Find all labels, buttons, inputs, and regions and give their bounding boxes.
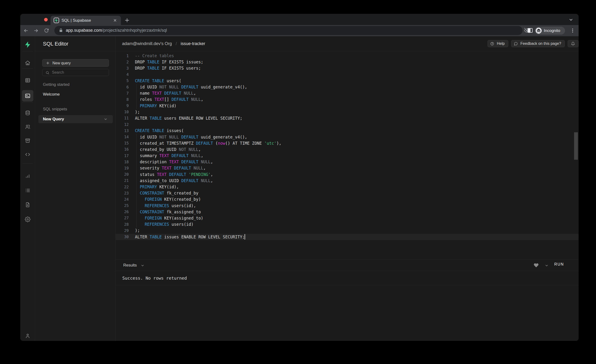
section-label-sql-snippets: SQL snippets: [43, 107, 67, 111]
code-line[interactable]: 23 CONSTRAINT fk_created_by: [116, 190, 579, 196]
code-text: description TEXT DEFAULT NULL,: [135, 159, 213, 164]
forward-icon[interactable]: [34, 28, 39, 33]
line-number: 13: [119, 128, 129, 133]
tab-close-icon[interactable]: [113, 18, 117, 22]
code-line[interactable]: 19 severity TEXT DEFAULT NULL,: [116, 165, 579, 171]
storage-icon[interactable]: [25, 138, 30, 143]
sidebar-item-new-query[interactable]: New Query: [38, 115, 113, 123]
database-icon[interactable]: [25, 110, 30, 116]
code-line[interactable]: 8 roles TEXT[] DEFAULT NULL,: [116, 96, 579, 103]
code-line[interactable]: 28 REFERENCES users(id): [116, 221, 579, 227]
rail-divider: [22, 102, 33, 103]
line-number: 19: [119, 166, 129, 171]
results-dropdown[interactable]: Results: [123, 263, 137, 268]
lock-icon[interactable]: [59, 28, 63, 33]
back-icon[interactable]: [23, 28, 28, 33]
sql-editor-sidebar: SQL Editor New query Getting started Wel…: [35, 36, 116, 341]
logs-icon[interactable]: [25, 188, 30, 193]
sql-editor-icon[interactable]: [25, 93, 30, 99]
code-line[interactable]: 29);: [116, 227, 579, 234]
code-line[interactable]: 26 CONSTRAINT fk_assigned_to: [116, 209, 579, 215]
code-line[interactable]: 6 id UUID NOT NULL DEFAULT uuid_generate…: [116, 84, 579, 90]
code-line[interactable]: 10);: [116, 109, 579, 115]
code-line[interactable]: 21 assigned_to UUID DEFAULT NULL,: [116, 178, 579, 184]
code-line[interactable]: 2DROP TABLE IF EXISTS issues;: [116, 59, 579, 65]
browser-tab[interactable]: SQL | Supabase: [51, 16, 121, 25]
code-line[interactable]: 20 status TEXT DEFAULT 'PENDING',: [116, 171, 579, 178]
settings-icon[interactable]: [25, 216, 30, 222]
tab-title: SQL | Supabase: [61, 18, 91, 23]
code-line[interactable]: 17 summary TEXT DEFAULT NULL,: [116, 153, 579, 159]
code-text: FOREIGN KEY(created_by): [135, 197, 201, 202]
code-line[interactable]: 22 PRIMARY KEY(id),: [116, 184, 579, 190]
favorite-heart-icon[interactable]: [534, 263, 539, 268]
auth-icon[interactable]: [25, 124, 30, 130]
results-chevron-icon[interactable]: [141, 264, 144, 267]
code-line[interactable]: 11ALTER TABLE users ENABLE ROW LEVEL SEC…: [116, 115, 579, 121]
code-text: ALTER TABLE users ENABLE ROW LEVEL SECUR…: [135, 116, 242, 121]
side-panel-icon[interactable]: [528, 28, 533, 33]
run-button[interactable]: RUN: [554, 262, 564, 267]
run-options-chevron-icon[interactable]: [545, 264, 549, 267]
code-text: id UUID NOT NULL DEFAULT uuid_generate_v…: [135, 85, 247, 89]
url-path: /project/azahtnhqohyjerzaxtmk/sql: [102, 28, 167, 33]
code-line[interactable]: 12: [116, 121, 579, 127]
help-button[interactable]: Help: [488, 40, 508, 47]
new-query-button[interactable]: New query: [42, 59, 109, 67]
url-host: app.supabase.com: [66, 28, 102, 33]
reload-icon[interactable]: [44, 28, 49, 33]
code-text: assigned_to UUID DEFAULT NULL,: [135, 178, 213, 183]
code-line[interactable]: 27 FOREIGN KEY(assigned_to): [116, 215, 579, 221]
help-button-label: Help: [497, 41, 505, 45]
breadcrumb-project[interactable]: issue-tracker: [181, 41, 205, 46]
supabase-logo[interactable]: [24, 41, 31, 48]
chevron-down-icon[interactable]: [104, 117, 108, 121]
code-text: summary TEXT DEFAULT NULL,: [135, 153, 203, 158]
code-lines: 1-- Create tables2DROP TABLE IF EXISTS i…: [116, 53, 579, 240]
code-text: CREATE TABLE issues(: [135, 128, 184, 133]
code-line[interactable]: 9 PRIMARY KEY(id): [116, 103, 579, 109]
table-editor-icon[interactable]: [25, 77, 30, 83]
api-icon[interactable]: [25, 152, 30, 157]
tab-search-chevron-icon[interactable]: [569, 17, 573, 22]
reports-icon[interactable]: [25, 173, 30, 179]
code-text: CONSTRAINT fk_created_by: [135, 191, 198, 195]
sql-code-editor[interactable]: 1-- Create tables2DROP TABLE IF EXISTS i…: [116, 51, 579, 259]
home-icon[interactable]: [25, 60, 30, 66]
url-bar[interactable]: app.supabase.com/project/azahtnhqohyjerz…: [54, 26, 522, 35]
feedback-button[interactable]: Feedback on this page?: [511, 40, 565, 47]
code-line[interactable]: 3DROP TABLE IF EXISTS users;: [116, 65, 579, 71]
main-panel: adam@windmill.dev's Org/issue-tracker He…: [116, 36, 579, 341]
code-line[interactable]: 24 FOREIGN KEY(created_by): [116, 196, 579, 202]
code-text: severity TEXT DEFAULT NULL,: [135, 166, 206, 171]
code-line[interactable]: 15 created_at TIMESTAMPTZ DEFAULT (now()…: [116, 140, 579, 146]
breadcrumb-org[interactable]: adam@windmill.dev's Org: [122, 41, 172, 46]
line-number: 15: [119, 141, 129, 145]
new-tab-button[interactable]: [124, 18, 130, 23]
editor-scrollbar[interactable]: [574, 132, 578, 160]
code-line[interactable]: 5CREATE TABLE users(: [116, 78, 579, 84]
search-input[interactable]: [52, 70, 107, 75]
profile-icon[interactable]: [25, 333, 30, 339]
code-line[interactable]: 30ALTER TABLE issues ENABLE ROW LEVEL SE…: [116, 234, 579, 240]
browser-window: SQL | Supabase app.supabase.com/project/…: [20, 14, 579, 341]
code-line[interactable]: 1-- Create tables: [116, 53, 579, 59]
code-line[interactable]: 25 REFERENCES users(id),: [116, 203, 579, 209]
code-line[interactable]: 18 description TEXT DEFAULT NULL,: [116, 159, 579, 165]
close-window-button[interactable]: [44, 18, 48, 22]
code-text: CREATE TABLE users(: [135, 78, 181, 83]
browser-menu-icon[interactable]: [570, 28, 575, 33]
code-line[interactable]: 16 created_by UUID NOT NULL,: [116, 146, 579, 153]
success-message: Success. No rows returned: [122, 275, 187, 281]
line-number: 4: [119, 72, 129, 77]
rail-divider: [22, 51, 33, 52]
code-line[interactable]: 7 name TEXT DEFAULT NULL,: [116, 90, 579, 96]
code-line[interactable]: 13CREATE TABLE issues(: [116, 127, 579, 134]
code-line[interactable]: 4: [116, 72, 579, 78]
sidebar-item-new-query-label: New Query: [43, 117, 64, 122]
sidebar-item-welcome[interactable]: Welcome: [43, 92, 60, 97]
docs-icon[interactable]: [25, 202, 30, 208]
notifications-button[interactable]: [568, 40, 579, 47]
code-text: id UUID NOT NULL DEFAULT uuid_generate_v…: [135, 135, 247, 140]
code-line[interactable]: 14 id UUID NOT NULL DEFAULT uuid_generat…: [116, 134, 579, 140]
